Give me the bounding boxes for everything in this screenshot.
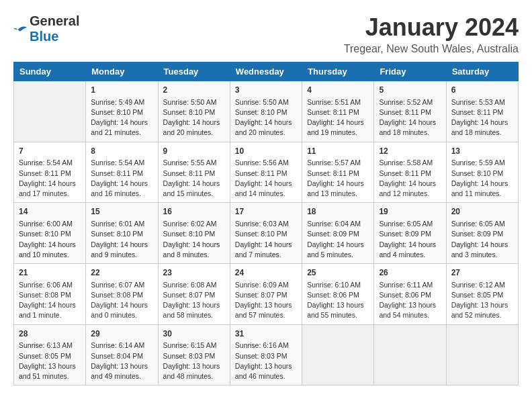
calendar-title: January 2024 (344, 13, 519, 42)
day-number: 28 (19, 328, 81, 340)
weekday-header-wednesday: Wednesday (230, 62, 302, 81)
day-number: 21 (19, 267, 81, 279)
day-number: 23 (163, 267, 225, 279)
calendar-cell: 27Sunrise: 6:12 AM Sunset: 8:05 PM Dayli… (446, 264, 518, 325)
day-info: Sunrise: 6:03 AM Sunset: 8:10 PM Dayligh… (235, 219, 297, 260)
day-info: Sunrise: 5:52 AM Sunset: 8:11 PM Dayligh… (379, 97, 441, 138)
day-number: 12 (379, 146, 441, 157)
calendar-cell: 15Sunrise: 6:01 AM Sunset: 8:10 PM Dayli… (86, 203, 158, 264)
day-info: Sunrise: 6:06 AM Sunset: 8:08 PM Dayligh… (19, 280, 81, 321)
day-number: 19 (379, 206, 441, 218)
calendar-cell: 19Sunrise: 6:05 AM Sunset: 8:09 PM Dayli… (374, 203, 446, 264)
day-info: Sunrise: 5:59 AM Sunset: 8:10 PM Dayligh… (451, 158, 513, 199)
day-number: 1 (91, 85, 152, 96)
day-number: 17 (235, 206, 297, 218)
day-number: 3 (235, 85, 297, 96)
day-info: Sunrise: 6:14 AM Sunset: 8:04 PM Dayligh… (91, 340, 152, 381)
day-number: 5 (379, 85, 441, 96)
calendar-cell: 4Sunrise: 5:51 AM Sunset: 8:11 PM Daylig… (302, 81, 374, 142)
day-number: 20 (451, 206, 513, 218)
day-info: Sunrise: 6:09 AM Sunset: 8:07 PM Dayligh… (235, 280, 297, 321)
calendar-cell (302, 324, 374, 385)
calendar-cell: 3Sunrise: 5:50 AM Sunset: 8:10 PM Daylig… (230, 81, 302, 142)
day-number: 2 (163, 85, 225, 96)
calendar-cell: 8Sunrise: 5:54 AM Sunset: 8:11 PM Daylig… (86, 142, 158, 203)
day-info: Sunrise: 6:15 AM Sunset: 8:03 PM Dayligh… (163, 340, 225, 381)
day-number: 13 (451, 146, 513, 157)
weekday-header-friday: Friday (374, 62, 446, 81)
calendar-cell: 5Sunrise: 5:52 AM Sunset: 8:11 PM Daylig… (374, 81, 446, 142)
calendar-cell: 17Sunrise: 6:03 AM Sunset: 8:10 PM Dayli… (230, 203, 302, 264)
day-number: 8 (91, 146, 152, 157)
day-info: Sunrise: 5:55 AM Sunset: 8:11 PM Dayligh… (163, 158, 225, 199)
calendar-cell (374, 324, 446, 385)
day-info: Sunrise: 5:53 AM Sunset: 8:11 PM Dayligh… (451, 97, 513, 138)
day-number: 29 (91, 328, 152, 340)
calendar-cell: 16Sunrise: 6:02 AM Sunset: 8:10 PM Dayli… (158, 203, 230, 264)
calendar-week-row: 28Sunrise: 6:13 AM Sunset: 8:05 PM Dayli… (14, 324, 519, 385)
day-info: Sunrise: 6:04 AM Sunset: 8:09 PM Dayligh… (307, 219, 369, 260)
weekday-header-sunday: Sunday (14, 62, 86, 81)
day-number: 30 (163, 328, 225, 340)
day-info: Sunrise: 5:50 AM Sunset: 8:10 PM Dayligh… (235, 97, 297, 138)
calendar-cell: 7Sunrise: 5:54 AM Sunset: 8:11 PM Daylig… (14, 142, 86, 203)
day-info: Sunrise: 6:13 AM Sunset: 8:05 PM Dayligh… (19, 340, 81, 381)
day-info: Sunrise: 5:49 AM Sunset: 8:10 PM Dayligh… (91, 97, 152, 138)
day-info: Sunrise: 5:51 AM Sunset: 8:11 PM Dayligh… (307, 97, 369, 138)
day-number: 11 (307, 146, 369, 157)
day-number: 6 (451, 85, 513, 96)
day-number: 15 (91, 206, 152, 218)
logo-text-general: General (30, 13, 79, 28)
calendar-week-row: 7Sunrise: 5:54 AM Sunset: 8:11 PM Daylig… (14, 142, 519, 203)
calendar-cell: 13Sunrise: 5:59 AM Sunset: 8:10 PM Dayli… (446, 142, 518, 203)
day-info: Sunrise: 5:57 AM Sunset: 8:11 PM Dayligh… (307, 158, 369, 199)
calendar-cell: 29Sunrise: 6:14 AM Sunset: 8:04 PM Dayli… (86, 324, 158, 385)
day-info: Sunrise: 6:08 AM Sunset: 8:07 PM Dayligh… (163, 280, 225, 321)
header: General Blue January 2024 Tregear, New S… (13, 13, 519, 55)
day-number: 14 (19, 206, 81, 218)
day-info: Sunrise: 6:01 AM Sunset: 8:10 PM Dayligh… (91, 219, 152, 260)
day-info: Sunrise: 5:50 AM Sunset: 8:10 PM Dayligh… (163, 97, 225, 138)
calendar-cell: 31Sunrise: 6:16 AM Sunset: 8:03 PM Dayli… (230, 324, 302, 385)
calendar-table: SundayMondayTuesdayWednesdayThursdayFrid… (13, 62, 519, 385)
day-number: 9 (163, 146, 225, 157)
calendar-cell: 30Sunrise: 6:15 AM Sunset: 8:03 PM Dayli… (158, 324, 230, 385)
day-number: 22 (91, 267, 152, 279)
day-number: 24 (235, 267, 297, 279)
weekday-header-monday: Monday (86, 62, 158, 81)
logo-bird-icon (13, 25, 27, 34)
day-info: Sunrise: 6:05 AM Sunset: 8:09 PM Dayligh… (451, 219, 513, 260)
calendar-cell: 12Sunrise: 5:58 AM Sunset: 8:11 PM Dayli… (374, 142, 446, 203)
weekday-header-tuesday: Tuesday (158, 62, 230, 81)
day-number: 10 (235, 146, 297, 157)
weekday-header-row: SundayMondayTuesdayWednesdayThursdayFrid… (14, 62, 519, 81)
day-info: Sunrise: 5:58 AM Sunset: 8:11 PM Dayligh… (379, 158, 441, 199)
day-info: Sunrise: 6:16 AM Sunset: 8:03 PM Dayligh… (235, 340, 297, 381)
calendar-cell: 25Sunrise: 6:10 AM Sunset: 8:06 PM Dayli… (302, 264, 374, 325)
day-info: Sunrise: 6:00 AM Sunset: 8:10 PM Dayligh… (19, 219, 81, 260)
day-info: Sunrise: 5:56 AM Sunset: 8:11 PM Dayligh… (235, 158, 297, 199)
calendar-subtitle: Tregear, New South Wales, Australia (344, 43, 519, 55)
day-info: Sunrise: 6:11 AM Sunset: 8:06 PM Dayligh… (379, 280, 441, 321)
day-number: 27 (451, 267, 513, 279)
day-info: Sunrise: 5:54 AM Sunset: 8:11 PM Dayligh… (19, 158, 81, 199)
day-number: 4 (307, 85, 369, 96)
calendar-cell: 2Sunrise: 5:50 AM Sunset: 8:10 PM Daylig… (158, 81, 230, 142)
calendar-week-row: 21Sunrise: 6:06 AM Sunset: 8:08 PM Dayli… (14, 264, 519, 325)
weekday-header-saturday: Saturday (446, 62, 518, 81)
calendar-cell: 26Sunrise: 6:11 AM Sunset: 8:06 PM Dayli… (374, 264, 446, 325)
calendar-week-row: 14Sunrise: 6:00 AM Sunset: 8:10 PM Dayli… (14, 203, 519, 264)
calendar-cell: 20Sunrise: 6:05 AM Sunset: 8:09 PM Dayli… (446, 203, 518, 264)
day-number: 26 (379, 267, 441, 279)
day-info: Sunrise: 5:54 AM Sunset: 8:11 PM Dayligh… (91, 158, 152, 199)
calendar-cell: 28Sunrise: 6:13 AM Sunset: 8:05 PM Dayli… (14, 324, 86, 385)
title-area: January 2024 Tregear, New South Wales, A… (344, 13, 519, 55)
day-info: Sunrise: 6:10 AM Sunset: 8:06 PM Dayligh… (307, 280, 369, 321)
logo: General Blue (13, 13, 79, 44)
calendar-cell: 10Sunrise: 5:56 AM Sunset: 8:11 PM Dayli… (230, 142, 302, 203)
logo-text-blue: Blue (30, 29, 58, 44)
calendar-cell (446, 324, 518, 385)
calendar-cell: 21Sunrise: 6:06 AM Sunset: 8:08 PM Dayli… (14, 264, 86, 325)
calendar-cell: 11Sunrise: 5:57 AM Sunset: 8:11 PM Dayli… (302, 142, 374, 203)
calendar-cell: 22Sunrise: 6:07 AM Sunset: 8:08 PM Dayli… (86, 264, 158, 325)
